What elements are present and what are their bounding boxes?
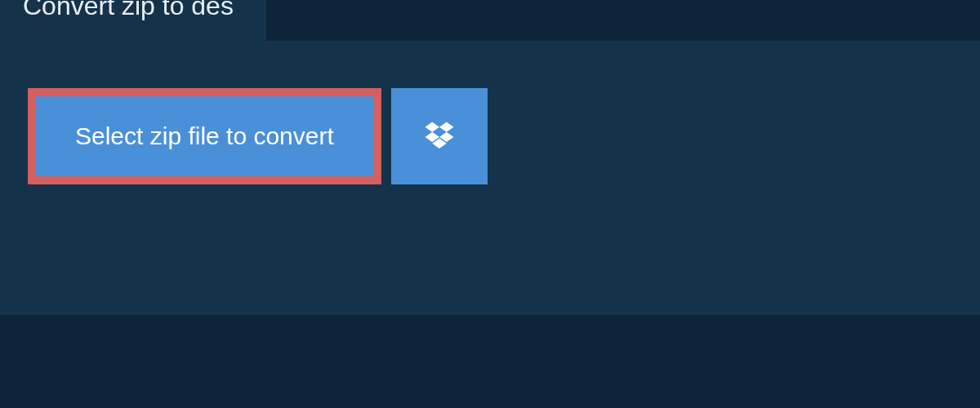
upload-row: Select zip file to convert xyxy=(0,41,980,184)
select-file-button[interactable]: Select zip file to convert xyxy=(28,88,381,184)
tab-convert[interactable]: Convert zip to des xyxy=(0,0,266,41)
dropbox-upload-button[interactable] xyxy=(391,88,488,184)
converter-panel: Convert zip to des Select zip file to co… xyxy=(0,41,980,315)
dropbox-icon xyxy=(422,119,457,153)
select-file-label: Select zip file to convert xyxy=(75,122,334,150)
tab-label: Convert zip to des xyxy=(23,0,234,20)
